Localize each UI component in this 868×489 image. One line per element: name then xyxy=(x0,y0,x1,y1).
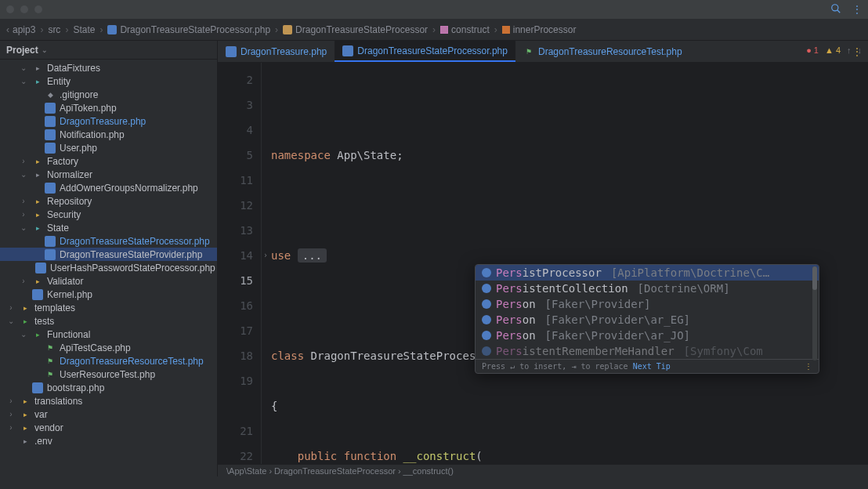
chevron-icon: › xyxy=(6,410,16,418)
tree-item[interactable]: ApiToken.php xyxy=(0,101,217,114)
bc-method[interactable]: construct xyxy=(440,24,490,35)
sidebar-header[interactable]: Project ⌄ xyxy=(0,41,217,60)
search-icon[interactable] xyxy=(830,3,841,16)
autocomplete-item[interactable]: Person[Faker\Provider\ar_JO] xyxy=(476,328,819,343)
tree-item[interactable]: ⌄▸State xyxy=(0,221,217,234)
gutter: 2345111213141516171819212223 xyxy=(218,63,262,464)
chevron-icon: › xyxy=(19,157,28,165)
tree-item[interactable]: ⌄▸tests xyxy=(0,314,217,328)
tree-item[interactable]: DragonTreasureStateProcessor.php xyxy=(0,234,217,248)
main: Project ⌄ ⌄▸DataFixtures⌄▸Entity◆.gitign… xyxy=(0,41,868,476)
class-icon xyxy=(482,268,491,277)
menu-icon[interactable]: ⋮ xyxy=(852,4,862,15)
tree-item[interactable]: ›▸templates xyxy=(0,301,217,314)
svg-point-0 xyxy=(832,4,838,10)
autocomplete-item[interactable]: PersistentCollection[Doctrine\ORM] xyxy=(476,281,819,296)
autocomplete-item[interactable]: Person[Faker\Provider] xyxy=(476,296,819,312)
autocomplete-footer: Press ↵ to insert, ⇥ to replace Next Tip… xyxy=(476,359,819,373)
titlebar: ⋮ xyxy=(0,0,868,19)
next-issue[interactable]: ↓ xyxy=(858,45,863,55)
window-minimize[interactable] xyxy=(20,5,28,13)
php-icon xyxy=(342,45,353,56)
inspection-status: ● 1 ▲ 4 ↑ ↓ xyxy=(806,45,862,55)
chevron-icon: › xyxy=(6,397,16,405)
warning-pill[interactable]: ▲ 4 xyxy=(825,45,841,55)
autocomplete-popup[interactable]: PersistProcessor[ApiPlatform\Doctrine\C…… xyxy=(475,264,819,374)
tree-item[interactable]: UserHashPasswordStateProcessor.php xyxy=(0,261,217,274)
tree-item[interactable]: ›▸Factory xyxy=(0,154,217,168)
tree-item[interactable]: ⚑DragonTreasureResourceTest.php xyxy=(0,354,217,368)
tree-item[interactable]: ⌄▸Entity xyxy=(0,74,217,88)
chevron-icon: ⌄ xyxy=(19,223,28,232)
autocomplete-scrollbar[interactable] xyxy=(812,266,817,360)
tree-item[interactable]: ›▸Security xyxy=(0,208,217,221)
test-icon: ⚑ xyxy=(523,46,534,57)
svg-line-1 xyxy=(837,9,841,13)
chevron-icon: › xyxy=(19,210,28,219)
window-close[interactable] xyxy=(6,5,14,13)
bc-state[interactable]: State xyxy=(73,24,95,35)
class-icon xyxy=(482,284,491,293)
autocomplete-item[interactable]: PersistentRememberMeHandler[Symfony\Com xyxy=(476,343,819,359)
tree-item[interactable]: bootstrap.php xyxy=(0,381,217,394)
tree-item[interactable]: ⚑UserResourceTest.php xyxy=(0,368,217,381)
next-tip-link[interactable]: Next Tip xyxy=(633,362,671,371)
chevron-icon: ⌄ xyxy=(19,330,28,339)
bc-apip3[interactable]: apip3 xyxy=(13,24,35,35)
tabs: DragonTreasure.php DragonTreasureStatePr… xyxy=(218,41,868,63)
chevron-icon: › xyxy=(6,423,16,432)
code[interactable]: namespace App\State; ›use ... class Drag… xyxy=(262,63,779,464)
chevron-icon: › xyxy=(19,277,28,285)
tree-item[interactable]: ◆.gitignore xyxy=(0,88,217,101)
file-tree: ⌄▸DataFixtures⌄▸Entity◆.gitignoreApiToke… xyxy=(0,60,217,475)
chevron-icon: ⌄ xyxy=(19,170,28,179)
window-maximize[interactable] xyxy=(34,5,42,13)
tree-item[interactable]: ⌄▸Normalizer xyxy=(0,168,217,181)
class-icon xyxy=(482,299,491,309)
chevron-icon: › xyxy=(6,303,16,312)
class-icon xyxy=(482,315,491,324)
bc-file[interactable]: DragonTreasureStateProcessor.php xyxy=(107,24,270,35)
autocomplete-item[interactable]: PersistProcessor[ApiPlatform\Doctrine\C… xyxy=(476,265,819,281)
editor[interactable]: 2345111213141516171819212223 namespace A… xyxy=(218,63,868,464)
chevron-icon: ⌄ xyxy=(19,63,28,72)
editor-area: DragonTreasure.php DragonTreasureStatePr… xyxy=(218,41,868,476)
chevron-icon: ⌄ xyxy=(19,77,28,85)
bc-src[interactable]: src xyxy=(48,24,60,35)
class-icon xyxy=(482,346,491,356)
tree-item[interactable]: DragonTreasure.php xyxy=(0,114,217,128)
prev-issue[interactable]: ↑ xyxy=(847,45,852,55)
bottom-breadcrumb: \App\State › DragonTreasureStateProcesso… xyxy=(218,464,868,476)
bc-class[interactable]: DragonTreasureStateProcessor xyxy=(283,24,428,35)
tree-item[interactable]: ▸.env xyxy=(0,434,217,447)
tree-item[interactable]: User.php xyxy=(0,141,217,154)
tree-item[interactable]: ›▸Repository xyxy=(0,194,217,208)
tree-item[interactable]: ›▸translations xyxy=(0,394,217,408)
autocomplete-menu-icon[interactable]: ⋮ xyxy=(805,362,812,371)
tree-item[interactable]: AddOwnerGroupsNormalizer.php xyxy=(0,181,217,194)
tab-dragontreasure[interactable]: DragonTreasure.php xyxy=(218,41,335,62)
tree-item[interactable]: Kernel.php xyxy=(0,288,217,301)
bc-field[interactable]: innerProcessor xyxy=(502,24,577,35)
chevron-icon: ⌄ xyxy=(6,317,16,325)
chevron-icon: › xyxy=(19,197,28,205)
tree-item[interactable]: ›▸vendor xyxy=(0,421,217,434)
autocomplete-item[interactable]: Person[Faker\Provider\ar_EG] xyxy=(476,312,819,328)
tree-item[interactable]: DragonTreasureStateProvider.php xyxy=(0,248,217,261)
class-icon xyxy=(482,331,491,340)
tree-item[interactable]: ⌄▸DataFixtures xyxy=(0,61,217,74)
tab-stateprocessor[interactable]: DragonTreasureStateProcessor.php xyxy=(335,41,515,62)
tree-item[interactable]: ⚑ApiTestCase.php xyxy=(0,341,217,354)
tab-resourcetest[interactable]: ⚑ DragonTreasureResourceTest.php xyxy=(515,41,690,62)
breadcrumb: ‹ apip3 › src › State › DragonTreasureSt… xyxy=(0,19,868,41)
tree-item[interactable]: ›▸var xyxy=(0,408,217,421)
php-icon xyxy=(226,46,237,57)
tree-item[interactable]: ›▸Validator xyxy=(0,274,217,288)
sidebar: Project ⌄ ⌄▸DataFixtures⌄▸Entity◆.gitign… xyxy=(0,41,218,476)
error-pill[interactable]: ● 1 xyxy=(806,45,819,55)
tree-item[interactable]: Notification.php xyxy=(0,128,217,141)
tree-item[interactable]: ⌄▸Functional xyxy=(0,328,217,341)
